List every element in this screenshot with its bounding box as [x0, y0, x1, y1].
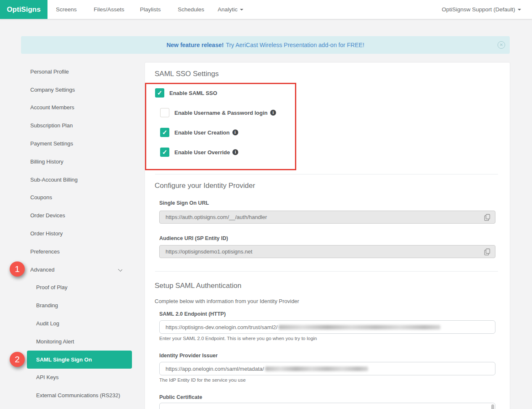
nav-analytic-dropdown[interactable]: Analytic	[218, 0, 243, 19]
saml-endpoint-helper: Enter your SAML 2.0 Endpoint. This is wh…	[159, 336, 317, 341]
info-icon[interactable]: i	[232, 129, 238, 135]
saml-section-title: Setup SAML Authentication	[155, 282, 241, 290]
redacted-text	[279, 325, 440, 330]
saml-endpoint-input[interactable]: https://optisigns-dev.onelogin.com/trust…	[159, 320, 495, 334]
enable-user-override-checkbox[interactable]	[160, 148, 169, 157]
annotation-step-1-badge: 1	[10, 261, 25, 277]
sidebar-item-branding[interactable]: Branding	[27, 296, 132, 314]
idp-issuer-label: Identity Provider Issuer	[159, 353, 218, 359]
chevron-down-icon	[518, 9, 521, 11]
checkbox-label: Enable User Creation	[174, 129, 230, 136]
account-dropdown[interactable]: OptiSignsw Support (Default)	[442, 0, 521, 19]
idp-section-title: Configure your Identity Provider	[155, 182, 255, 190]
public-certificate-textarea[interactable]: -----BEGIN CERTIFICATE	[159, 403, 495, 409]
sidebar-item-subscription-plan[interactable]: Subscription Plan	[27, 116, 132, 135]
nav-screens[interactable]: Screens	[56, 0, 77, 19]
nav-schedules[interactable]: Schedules	[178, 0, 204, 19]
enable-username-password-checkbox[interactable]	[160, 108, 169, 117]
settings-sidebar: Personal Profile Company Settings Accoun…	[27, 63, 132, 404]
sidebar-item-saml-single-sign-on[interactable]: SAML Single Sign On	[27, 351, 132, 369]
nav-files-assets[interactable]: Files/Assets	[94, 0, 124, 19]
chevron-down-icon	[118, 267, 122, 272]
sidebar-item-coupons[interactable]: Coupons	[27, 189, 132, 207]
sidebar-item-order-devices[interactable]: Order Devices	[27, 206, 132, 224]
top-navbar: OptiSigns Screens Files/Assets Playlists…	[0, 0, 532, 19]
info-icon[interactable]: i	[232, 149, 238, 155]
enable-user-override-row: Enable User Override i	[160, 148, 238, 157]
info-icon[interactable]: i	[270, 110, 276, 116]
enable-saml-sso-checkbox[interactable]	[155, 88, 164, 98]
idp-issuer-input[interactable]: https://app.onelogin.com/saml/metadata/	[159, 362, 495, 375]
section-divider	[155, 271, 498, 272]
sidebar-item-sub-account-billing[interactable]: Sub-Account Billing	[27, 171, 132, 189]
nav-playlists[interactable]: Playlists	[140, 0, 161, 19]
idp-issuer-helper: The IdP Entity ID for the service you us…	[159, 377, 246, 383]
sso-url-field[interactable]: https://auth.optisigns.com/__/auth/handl…	[159, 211, 495, 224]
audience-uri-label: Audience URI (SP Entity ID)	[159, 235, 228, 241]
sidebar-item-api-keys[interactable]: API Keys	[27, 369, 132, 387]
sidebar-item-order-history[interactable]: Order History	[27, 224, 132, 243]
enable-user-creation-row: Enable User Creation i	[160, 128, 238, 137]
sidebar-item-account-members[interactable]: Account Members	[27, 99, 132, 117]
sidebar-item-external-communications[interactable]: External Communications (RS232)	[27, 386, 132, 404]
audience-uri-field[interactable]: https://optisignsdemo1.optisigns.net	[159, 245, 495, 258]
checkbox-label: Enable Username & Password login	[174, 110, 268, 116]
sidebar-item-preferences[interactable]: Preferences	[27, 243, 132, 261]
copy-icon[interactable]	[484, 214, 491, 221]
enable-user-creation-checkbox[interactable]	[160, 128, 169, 137]
annotation-step-2-badge: 2	[10, 352, 25, 367]
sidebar-item-proof-of-play[interactable]: Proof of Play	[27, 279, 132, 297]
checkbox-label: Enable User Override	[174, 149, 230, 156]
checkbox-label: Enable SAML SSO	[169, 90, 217, 96]
sidebar-item-company-settings[interactable]: Company Settings	[27, 81, 132, 99]
saml-endpoint-label: SAML 2.0 Endpoint (HTTP)	[159, 311, 226, 317]
sidebar-item-monitoring-alert[interactable]: Monitoring Alert	[27, 332, 132, 351]
brand-logo[interactable]: OptiSigns	[0, 0, 47, 19]
chevron-down-icon	[240, 9, 243, 11]
saml-settings-panel: SAML SSO Settings Enable SAML SSO Enable…	[145, 63, 510, 409]
sso-url-label: Single Sign On URL	[159, 200, 209, 206]
sidebar-item-billing-history[interactable]: Billing History	[27, 153, 132, 171]
enable-username-password-row: Enable Username & Password login i	[160, 108, 276, 117]
page-title: SAML SSO Settings	[155, 70, 219, 78]
copy-icon[interactable]	[484, 248, 491, 256]
close-icon[interactable]: ✕	[498, 41, 505, 49]
scrollbar-thumb[interactable]	[491, 404, 494, 409]
sidebar-item-personal-profile[interactable]: Personal Profile	[27, 63, 132, 81]
saml-section-subtitle: Complete below with information from you…	[155, 298, 299, 304]
sidebar-item-payment-settings[interactable]: Payment Settings	[27, 135, 132, 153]
sidebar-item-audit-log[interactable]: Audit Log	[27, 314, 132, 332]
redacted-text	[265, 367, 368, 371]
banner-highlight: New feature release!	[166, 42, 224, 48]
banner-text[interactable]: Try AeriCast Wireless Presentation add-o…	[226, 42, 364, 48]
sidebar-item-advanced[interactable]: Advanced	[27, 261, 132, 279]
public-certificate-label: Public Certificate	[159, 394, 202, 400]
section-divider	[155, 174, 498, 174]
enable-saml-sso-row: Enable SAML SSO	[155, 88, 217, 98]
feature-banner: New feature release! Try AeriCast Wirele…	[21, 36, 510, 54]
